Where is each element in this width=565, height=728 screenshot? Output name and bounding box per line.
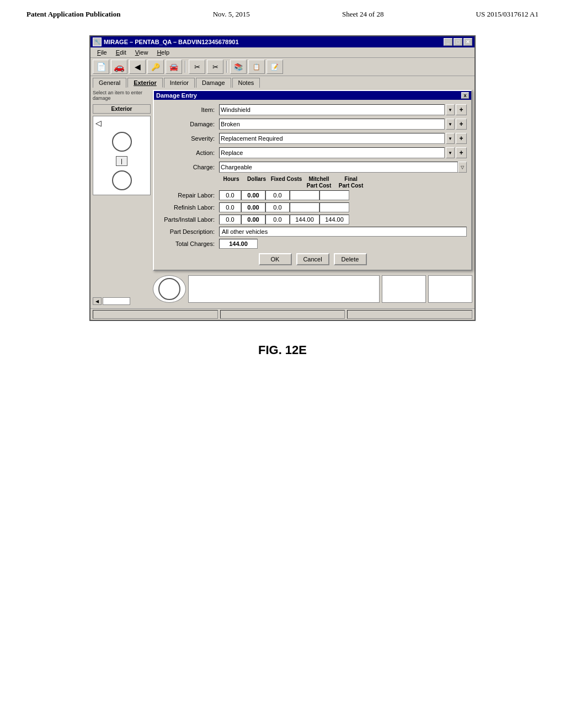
close-button[interactable]: ✕ bbox=[463, 38, 472, 46]
title-bar: 🔧 MIRAGE – PENTAB_QA – BADVIN12345678901… bbox=[90, 36, 475, 47]
refinish-hours-input[interactable]: 0.0 bbox=[219, 202, 241, 212]
part-desc-input[interactable]: All other vehicles bbox=[219, 227, 467, 237]
refinish-dollars-input[interactable]: 0.00 bbox=[241, 202, 265, 212]
dialog-close-button[interactable]: x bbox=[461, 92, 469, 99]
charge-dropdown-arrow[interactable]: ▽ bbox=[458, 162, 467, 173]
car-body-sketch: | bbox=[116, 156, 127, 166]
toolbar-btn-4[interactable]: 🔑 bbox=[147, 60, 164, 74]
total-charges-label: Total Charges: bbox=[158, 240, 219, 247]
refinish-labor-label: Refinish Labor: bbox=[158, 204, 219, 211]
action-select[interactable]: Replace bbox=[219, 147, 445, 158]
status-panel-2 bbox=[220, 310, 345, 319]
total-charges-row: Total Charges: 144.00 bbox=[158, 239, 467, 249]
toolbar-btn-10[interactable]: 📝 bbox=[266, 60, 283, 74]
menu-file[interactable]: File bbox=[93, 49, 111, 56]
tab-interior[interactable]: Interior bbox=[164, 78, 195, 88]
exterior-label: Exterior bbox=[93, 104, 151, 114]
severity-dropdown-arrow[interactable]: ▼ bbox=[446, 133, 455, 144]
nav-left-btn[interactable]: ◀ bbox=[93, 297, 102, 305]
tab-general[interactable]: General bbox=[93, 78, 126, 88]
window-body: Select an item to enter damage Exterior … bbox=[90, 88, 475, 308]
car-sketch-area: ◁ | bbox=[93, 116, 151, 195]
item-add-button[interactable]: + bbox=[456, 104, 467, 115]
dollars-header: Dollars bbox=[243, 176, 270, 189]
labor-headers: Hours Dollars Fixed Costs MitchellPart C… bbox=[219, 176, 467, 189]
repair-labor-label: Repair Labor: bbox=[158, 192, 219, 199]
minimize-button[interactable]: _ bbox=[444, 38, 452, 46]
toolbar-btn-1[interactable]: 📄 bbox=[93, 60, 109, 74]
repair-final-input[interactable] bbox=[319, 190, 349, 200]
menu-help[interactable]: Help bbox=[152, 49, 174, 56]
repair-fixed-input[interactable]: 0.0 bbox=[265, 190, 290, 200]
toolbar-btn-8[interactable]: 📚 bbox=[230, 60, 247, 74]
part-desc-label: Part Description: bbox=[158, 228, 219, 235]
bottom-area-3 bbox=[382, 275, 426, 303]
item-select[interactable]: Windshield bbox=[219, 104, 445, 115]
wheel-circle-2 bbox=[112, 170, 132, 190]
severity-row: Severity: Replacement Required ▼ + bbox=[158, 133, 467, 144]
charge-select[interactable]: Chargeable bbox=[219, 162, 458, 173]
repair-labor-row: Repair Labor: 0.0 0.00 0.0 bbox=[158, 190, 467, 200]
action-label: Action: bbox=[158, 149, 219, 156]
toolbar-btn-5[interactable]: 🚘 bbox=[166, 60, 182, 74]
action-row: Action: Replace ▼ + bbox=[158, 147, 467, 158]
dialog-buttons: OK Cancel Delete bbox=[158, 253, 467, 265]
title-bar-left: 🔧 MIRAGE – PENTAB_QA – BADVIN12345678901 bbox=[93, 38, 239, 46]
repair-mitchell-input[interactable] bbox=[290, 190, 319, 200]
main-content: 🔧 MIRAGE – PENTAB_QA – BADVIN12345678901… bbox=[0, 24, 565, 357]
publication-title: Patent Application Publication bbox=[26, 10, 120, 19]
severity-add-button[interactable]: + bbox=[456, 133, 467, 144]
toolbar-btn-2[interactable]: 🚗 bbox=[111, 60, 127, 74]
parts-final-input[interactable]: 144.00 bbox=[319, 215, 349, 224]
delete-button[interactable]: Delete bbox=[334, 253, 367, 265]
severity-label: Severity: bbox=[158, 135, 219, 142]
menu-view[interactable]: View bbox=[131, 49, 153, 56]
arrow-left-icon: ◁ bbox=[95, 119, 102, 127]
ok-button[interactable]: OK bbox=[259, 253, 292, 265]
toolbar-btn-9[interactable]: 📋 bbox=[248, 60, 265, 74]
action-dropdown-arrow[interactable]: ▼ bbox=[446, 147, 455, 158]
parts-dollars-input[interactable]: 0.00 bbox=[241, 215, 265, 224]
severity-control: Replacement Required ▼ + bbox=[219, 133, 467, 144]
damage-add-button[interactable]: + bbox=[456, 119, 467, 130]
toolbar-btn-6[interactable]: ✂ bbox=[189, 60, 205, 74]
patent-number: US 2015/0317612 A1 bbox=[476, 10, 539, 19]
mitchell-final-headers: MitchellPart Cost FinalPart Cost bbox=[303, 176, 367, 189]
parts-fixed-input[interactable]: 0.0 bbox=[265, 215, 290, 224]
tab-exterior[interactable]: Exterior bbox=[127, 78, 163, 88]
parts-mitchell-input[interactable]: 144.00 bbox=[290, 215, 319, 224]
refinish-fixed-input[interactable]: 0.0 bbox=[265, 202, 290, 212]
damage-dropdown-arrow[interactable]: ▼ bbox=[446, 119, 455, 130]
damage-select[interactable]: Broken bbox=[219, 119, 445, 130]
dialog-title-bar: Damage Entry x bbox=[154, 91, 471, 100]
repair-labor-inputs: 0.0 0.00 0.0 bbox=[219, 190, 467, 200]
bottom-circle-sketch bbox=[153, 275, 186, 303]
toolbar-btn-7[interactable]: ✂ bbox=[207, 60, 223, 74]
part-description-row: Part Description: All other vehicles bbox=[158, 227, 467, 237]
repair-dollars-input[interactable]: 0.00 bbox=[241, 190, 265, 200]
menu-bar: File Edit View Help bbox=[90, 47, 475, 58]
nav-bar bbox=[103, 297, 130, 305]
damage-row: Damage: Broken ▼ + bbox=[158, 119, 467, 130]
damage-label: Damage: bbox=[158, 121, 219, 127]
refinish-final-input[interactable] bbox=[319, 202, 349, 212]
toolbar-separator-2 bbox=[226, 61, 227, 73]
repair-hours-input[interactable]: 0.0 bbox=[219, 190, 241, 200]
toolbar-btn-3[interactable]: ◀ bbox=[129, 60, 146, 74]
refinish-labor-inputs: 0.0 0.00 0.0 bbox=[219, 202, 467, 212]
tab-damage[interactable]: Damage bbox=[196, 78, 231, 88]
charge-label: Charge: bbox=[158, 164, 219, 170]
action-add-button[interactable]: + bbox=[456, 147, 467, 158]
toolbar-separator-1 bbox=[185, 61, 186, 73]
tab-bar: General Exterior Interior Damage Notes bbox=[90, 76, 475, 88]
item-dropdown-arrow[interactable]: ▼ bbox=[446, 104, 455, 115]
tab-notes[interactable]: Notes bbox=[232, 78, 260, 88]
menu-edit[interactable]: Edit bbox=[111, 49, 131, 56]
parts-install-labor-inputs: 0.0 0.00 0.0 144.00 144.00 bbox=[219, 215, 467, 224]
parts-hours-input[interactable]: 0.0 bbox=[219, 215, 241, 224]
patent-header: Patent Application Publication Nov. 5, 2… bbox=[0, 0, 565, 24]
refinish-mitchell-input[interactable] bbox=[290, 202, 319, 212]
restore-button[interactable]: □ bbox=[454, 38, 462, 46]
severity-select[interactable]: Replacement Required bbox=[219, 133, 445, 144]
cancel-button[interactable]: Cancel bbox=[296, 253, 329, 265]
